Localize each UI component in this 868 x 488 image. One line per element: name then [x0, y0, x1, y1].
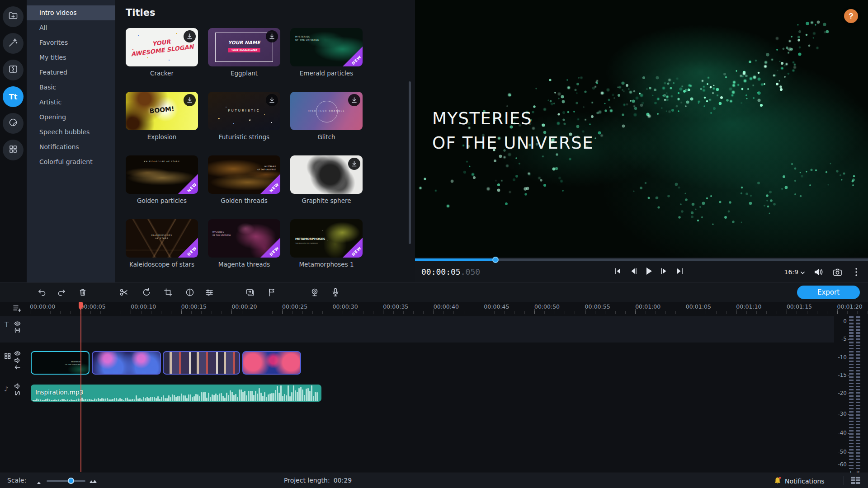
video-clip-1[interactable] [92, 351, 161, 375]
sidebar-category-item[interactable]: Opening [27, 110, 115, 125]
sidebar-category-item[interactable]: Notifications [27, 140, 115, 155]
title-template-label: Graphite sphere [290, 197, 363, 204]
title-template-card[interactable]: MYSTERIES OF THE UNIVERSE NEW Golden thr… [208, 155, 280, 204]
audio-clip-label: Inspiration.mp3 [35, 389, 83, 396]
playhead[interactable] [78, 302, 83, 473]
skip-end-button[interactable] [674, 266, 685, 277]
thumbnail-art-text: MYSTERIES OF THE UNIVERSE [295, 35, 319, 42]
crop-button[interactable] [163, 287, 173, 297]
title-template-card[interactable]: KALEIDOSCOPE OF STARS NEW Kaleidoscope o… [126, 219, 198, 268]
video-clip-2[interactable] [163, 351, 240, 375]
sidebar-category-item[interactable]: Colorful gradient [27, 155, 115, 169]
next-frame-button[interactable] [659, 266, 670, 277]
marker-flag-button[interactable] [267, 287, 277, 297]
title-template-thumbnail[interactable]: YOUR AWESOME SLOGAN [126, 28, 198, 66]
render-queue-button[interactable] [851, 476, 861, 486]
transitions-button[interactable] [3, 60, 24, 80]
video-track-visibility-toggle[interactable] [14, 351, 21, 356]
slideshow-wizard-button[interactable] [245, 287, 255, 297]
audio-track-unlink-toggle[interactable] [14, 390, 21, 396]
title-template-thumbnail[interactable]: MYSTERIES OF THE UNIVERSE NEW [208, 155, 280, 194]
sidebar-category-item[interactable]: Speech bubbles [27, 125, 115, 140]
title-template-thumbnail[interactable]: HIGH TECH CHANNEL [290, 92, 363, 130]
audio-track-mute-toggle[interactable] [14, 383, 21, 389]
download-icon[interactable] [184, 94, 196, 106]
skip-start-button[interactable] [613, 266, 623, 277]
video-track-mute-toggle[interactable] [14, 357, 21, 363]
title-template-card[interactable]: Graphite sphere [290, 155, 363, 204]
timeline-ruler[interactable]: 00:00:0000:00:0500:00:1000:00:1500:00:20… [0, 302, 868, 314]
title-track-link-toggle[interactable] [14, 328, 21, 333]
help-button[interactable]: ? [844, 9, 858, 23]
add-track-button[interactable] [12, 303, 23, 313]
aspect-ratio-select[interactable]: 16:9 [784, 268, 805, 276]
more-options-button[interactable] [851, 267, 862, 277]
title-template-thumbnail[interactable]: METAMORPHOSES THE BEAUTY OF CHANGES NEW [290, 219, 363, 258]
filters-button[interactable] [3, 33, 24, 54]
scale-slider-thumb[interactable] [68, 478, 74, 484]
split-scissors-button[interactable] [119, 287, 129, 297]
delete-button[interactable] [78, 287, 88, 297]
title-template-card[interactable]: MYSTERIES OF THE UNIVERSE NEW Magenta th… [208, 219, 280, 268]
audio-clip[interactable]: Inspiration.mp3 [31, 385, 321, 402]
snapshot-button[interactable] [832, 267, 843, 277]
zoom-in-button[interactable] [89, 478, 97, 485]
redo-button[interactable] [57, 287, 67, 297]
timeline-toolbar: Export [0, 282, 868, 302]
video-clip-3[interactable] [242, 351, 301, 375]
title-template-card[interactable]: HIGH TECH CHANNEL Glitch [290, 92, 363, 141]
download-icon[interactable] [348, 158, 360, 170]
sidebar-category-item[interactable]: Favorites [27, 35, 115, 50]
download-icon[interactable] [266, 94, 278, 106]
title-template-thumbnail[interactable]: BOOM! [126, 92, 198, 130]
timeline-scale-slider[interactable] [47, 480, 85, 482]
sidebar-category-item[interactable]: Basic [27, 80, 115, 95]
title-track-visibility-toggle[interactable] [14, 321, 21, 326]
title-template-thumbnail[interactable]: FUTURISTIC [208, 92, 280, 130]
title-template-card[interactable]: FUTURISTIC Futuristic strings [208, 92, 280, 141]
webcam-capture-button[interactable] [310, 287, 320, 297]
title-template-thumbnail[interactable]: KALEIDOSCOPE OF STARS NEW [126, 219, 198, 258]
clip-properties-button[interactable] [204, 287, 214, 297]
stickers-button[interactable] [3, 113, 24, 134]
video-track-arrow-icon[interactable] [14, 365, 21, 370]
color-adjustments-button[interactable] [185, 287, 195, 297]
title-template-card[interactable]: YOUR AWESOME SLOGAN Cracker [126, 28, 198, 77]
sidebar-category-item[interactable]: Featured [27, 65, 115, 80]
download-icon[interactable] [184, 30, 196, 42]
new-badge: NEW [343, 238, 363, 258]
import-media-button[interactable] [3, 6, 24, 27]
title-template-card[interactable]: YOUR NAME YOUR SLOGAN HERE Eggplant [208, 28, 280, 77]
play-button[interactable] [643, 266, 654, 277]
title-template-card[interactable]: MYSTERIES OF THE UNIVERSE NEW Emerald pa… [290, 28, 363, 77]
magic-wand-icon [8, 37, 19, 50]
title-template-thumbnail[interactable]: MYSTERIES OF THE UNIVERSE NEW [290, 28, 363, 66]
title-template-card[interactable]: KALEIDOSCOPE OF STARS NEW Golden particl… [126, 155, 198, 204]
sidebar-category-item[interactable]: My titles [27, 50, 115, 65]
sidebar-category-item[interactable]: Intro videos [27, 5, 115, 20]
title-template-card[interactable]: METAMORPHOSES THE BEAUTY OF CHANGES NEW … [290, 219, 363, 268]
title-template-thumbnail[interactable]: YOUR NAME YOUR SLOGAN HERE [208, 28, 280, 66]
title-template-card[interactable]: BOOM! Explosion [126, 92, 198, 141]
sidebar-category-item[interactable]: Artistic [27, 95, 115, 110]
more-tools-button[interactable] [3, 140, 24, 160]
titles-button[interactable]: Tt [3, 86, 24, 107]
rotate-button[interactable] [142, 287, 151, 297]
title-template-thumbnail[interactable]: MYSTERIES OF THE UNIVERSE NEW [208, 219, 280, 258]
zoom-out-button[interactable] [36, 479, 42, 486]
notifications-button[interactable]: Notifications [774, 476, 825, 486]
title-template-thumbnail[interactable] [290, 155, 363, 194]
title-template-label: Golden particles [126, 197, 198, 204]
record-audio-button[interactable] [330, 287, 340, 297]
undo-button[interactable] [37, 287, 47, 297]
scrollbar[interactable] [409, 81, 411, 244]
export-button[interactable]: Export [797, 286, 860, 299]
download-icon[interactable] [348, 94, 360, 106]
title-template-thumbnail[interactable]: KALEIDOSCOPE OF STARS NEW [126, 155, 198, 194]
audio-level-meter: 0-5-10-15-20-30-40-50-60 L R [834, 314, 868, 473]
volume-button[interactable] [813, 267, 824, 277]
title-template-label: Emerald particles [290, 70, 363, 77]
download-icon[interactable] [266, 30, 278, 42]
previous-frame-button[interactable] [628, 266, 639, 277]
sidebar-category-item[interactable]: All [27, 20, 115, 35]
